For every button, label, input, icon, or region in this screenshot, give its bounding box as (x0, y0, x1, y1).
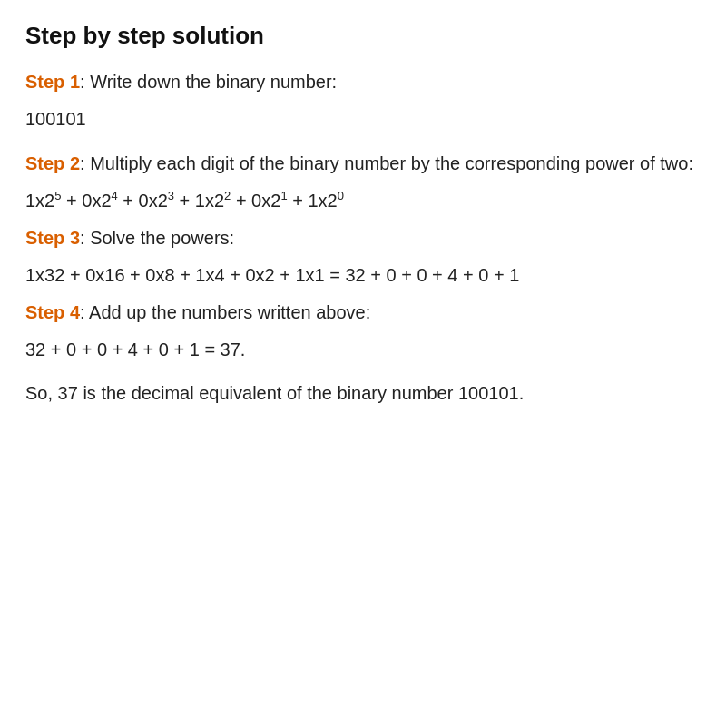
step-1-label: Step 1 (25, 72, 80, 92)
step-3-block: Step 3: Solve the powers: 1x32 + 0x16 + … (25, 224, 701, 290)
step-3-label: Step 3 (25, 228, 80, 248)
step-2-description: Multiply each digit of the binary number… (90, 153, 693, 173)
step-3-heading: Step 3: Solve the powers: (25, 224, 701, 251)
step-1-block: Step 1: Write down the binary number: 10… (25, 68, 701, 133)
step-3-separator: : (80, 228, 90, 248)
conclusion: So, 37 is the decimal equivalent of the … (25, 379, 701, 408)
step-2-label: Step 2 (25, 153, 80, 173)
sum-expression: 32 + 0 + 0 + 4 + 0 + 1 = 37. (25, 335, 701, 364)
step-2-heading: Step 2: Multiply each digit of the binar… (25, 150, 701, 177)
solved-expression: 1x32 + 0x16 + 0x8 + 1x4 + 0x2 + 1x1 = 32… (25, 261, 701, 290)
step-2-block: Step 2: Multiply each digit of the binar… (25, 150, 701, 215)
step-1-separator: : (80, 72, 90, 92)
step-2-separator: : (80, 153, 90, 173)
powers-expression: 1x25 + 0x24 + 0x23 + 1x22 + 0x21 + 1x20 (25, 186, 701, 215)
page-title: Step by step solution (25, 22, 701, 50)
binary-number: 100101 (25, 104, 701, 133)
step-1-heading: Step 1: Write down the binary number: (25, 68, 701, 95)
step-4-heading: Step 4: Add up the numbers written above… (25, 299, 701, 326)
step-4-separator: : (80, 302, 89, 322)
step-4-block: Step 4: Add up the numbers written above… (25, 299, 701, 364)
step-4-description: Add up the numbers written above: (89, 302, 370, 322)
step-3-description: Solve the powers: (90, 228, 234, 248)
step-4-label: Step 4 (25, 302, 80, 322)
step-1-description: Write down the binary number: (90, 72, 337, 92)
